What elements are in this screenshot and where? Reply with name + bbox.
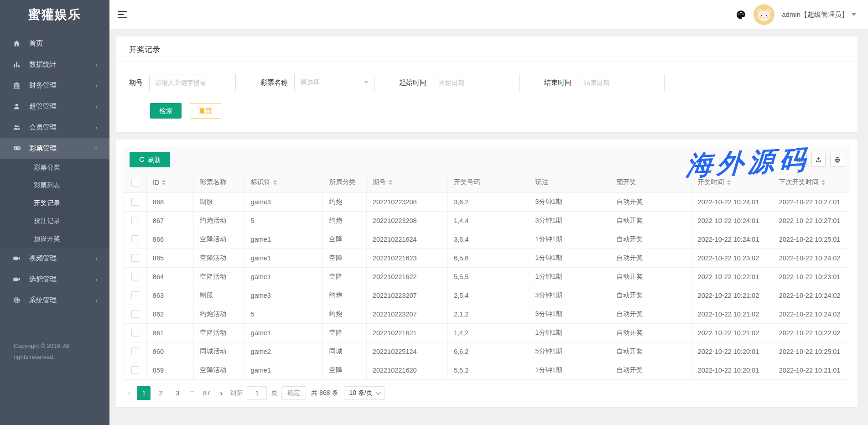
gamepad-icon (13, 144, 22, 152)
row-checkbox[interactable] (131, 254, 139, 262)
cell-name: 空降活动 (194, 323, 244, 342)
cell-issue: 202210223208 (366, 192, 447, 211)
reset-button[interactable]: 重置 (190, 103, 221, 119)
cell-code: game1 (244, 230, 323, 249)
export-button[interactable] (811, 153, 826, 167)
sort-icon[interactable] (162, 180, 166, 186)
sort-icon[interactable] (727, 180, 731, 186)
per-page-value: 10 条/页 (349, 389, 372, 397)
sidebar-toggle-icon[interactable] (118, 9, 128, 20)
theme-palette-icon[interactable] (736, 10, 746, 20)
next-page-button[interactable]: › (217, 386, 226, 400)
filter-columns-button[interactable] (793, 153, 807, 167)
row-checkbox[interactable] (131, 310, 139, 318)
total-count-text: 共 868 条 (311, 389, 338, 397)
cell-category: 约炮 (323, 211, 366, 230)
cell-code: 5 (244, 211, 323, 230)
cell-next_time: 2022-10-22 10:25:01 (773, 230, 850, 249)
cell-next_time: 2022-10-22 10:24:02 (773, 305, 850, 323)
page-button-2[interactable]: 2 (154, 386, 167, 400)
cell-play: 3分钟1期 (529, 305, 610, 323)
cell-issue: 202210223208 (366, 211, 447, 230)
refresh-icon (139, 156, 145, 163)
user-avatar[interactable] (754, 4, 774, 25)
sidebar-item-3[interactable]: 超管管理› (0, 96, 109, 117)
column-header-play: 玩法 (529, 172, 610, 192)
column-header-id[interactable]: ID (146, 172, 193, 192)
filter-form: 期号 彩票名称 请选择 起始时间 结束时间 (116, 62, 858, 132)
users-icon (13, 123, 22, 131)
page-button-87[interactable]: 87 (200, 386, 213, 400)
cell-preopen: 自动开奖 (610, 305, 691, 323)
row-checkbox[interactable] (131, 198, 139, 206)
end-date-input[interactable] (578, 74, 665, 91)
refresh-button[interactable]: 刷新 (130, 152, 170, 167)
cell-preopen: 自动开奖 (610, 342, 691, 361)
cell-id: 864 (146, 267, 193, 286)
cell-open_time: 2022-10-22 10:22:01 (691, 267, 773, 286)
per-page-select[interactable]: 10 条/页 (344, 386, 385, 400)
row-checkbox[interactable] (131, 217, 139, 224)
cell-preopen: 自动开奖 (610, 267, 691, 286)
table-row: 867约炮活动5约炮2022102232081,4,43分钟1期自动开奖2022… (124, 211, 850, 230)
user-menu[interactable]: admin【超级管理员】 (782, 10, 856, 19)
prev-page-button[interactable]: ‹ (125, 386, 134, 400)
cell-name: 空降活动 (194, 230, 244, 249)
row-checkbox[interactable] (131, 329, 139, 337)
column-label: 玩法 (535, 178, 548, 187)
start-date-input[interactable] (433, 74, 520, 91)
cell-category: 同城 (323, 342, 366, 361)
sort-icon[interactable] (389, 180, 392, 186)
sidebar-item-label: 视频管理 (29, 254, 95, 263)
submenu-item[interactable]: 彩票分类 (0, 159, 109, 176)
cell-open_time: 2022-10-22 10:21:02 (691, 323, 773, 342)
submenu-item[interactable]: 开奖记录 (0, 194, 109, 212)
page-title: 开奖记录 (116, 36, 858, 62)
goto-confirm-button[interactable]: 确定 (281, 386, 306, 400)
search-button[interactable]: 检索 (150, 103, 182, 119)
chevron-down-icon: › (93, 147, 100, 150)
page-unit-label: 页 (271, 389, 277, 397)
sidebar-item-1[interactable]: 数据统计› (0, 54, 109, 75)
sort-icon[interactable] (821, 180, 825, 186)
sidebar-item-7[interactable]: 选妃管理› (0, 269, 109, 290)
column-label: 期号 (373, 178, 386, 187)
column-header-issue[interactable]: 期号 (366, 172, 447, 192)
sidebar-item-4[interactable]: 会员管理› (0, 117, 109, 138)
print-button[interactable] (830, 153, 844, 167)
cell-next_time: 2022-10-22 10:27:01 (773, 192, 850, 211)
page-button-3[interactable]: 3 (171, 386, 184, 400)
cell-play: 5分钟1期 (529, 342, 610, 361)
sidebar-item-6[interactable]: 视频管理› (0, 248, 109, 269)
page-numbers: 123...87 (137, 386, 213, 400)
row-checkbox[interactable] (131, 273, 139, 280)
column-header-code[interactable]: 标识符 (244, 172, 323, 192)
cell-play: 1分钟1期 (529, 323, 610, 342)
goto-page-input[interactable] (247, 386, 267, 400)
submenu-item[interactable]: 预设开奖 (0, 230, 109, 248)
table-row: 863制服game3约炮2022102232072,5,43分钟1期自动开奖20… (124, 286, 850, 305)
submenu-item[interactable]: 投注记录 (0, 212, 109, 230)
cell-open_time: 2022-10-22 10:20:01 (691, 342, 773, 361)
sidebar-item-0[interactable]: 首页 (0, 33, 109, 54)
submenu-item[interactable]: 彩票列表 (0, 176, 109, 194)
user-icon (13, 102, 22, 110)
lottery-select-value: 请选择 (300, 78, 319, 87)
lottery-select[interactable]: 请选择 (294, 74, 374, 91)
sidebar-item-2[interactable]: 财务管理› (0, 75, 109, 96)
column-header-open_time[interactable]: 开奖时间 (691, 172, 773, 192)
select-all-checkbox[interactable] (131, 179, 139, 187)
cell-id: 868 (146, 192, 193, 211)
row-checkbox[interactable] (131, 347, 139, 355)
row-checkbox[interactable] (131, 291, 139, 299)
sort-icon[interactable] (273, 180, 277, 186)
chevron-down-icon (852, 13, 856, 18)
row-checkbox[interactable] (131, 366, 139, 374)
column-header-name: 彩票名称 (194, 172, 244, 192)
page-button-1[interactable]: 1 (137, 386, 151, 400)
column-header-next_time[interactable]: 下次开奖时间 (773, 172, 850, 192)
issue-search-input[interactable] (149, 74, 236, 91)
sidebar-item-5[interactable]: 彩票管理› (0, 138, 109, 159)
row-checkbox[interactable] (131, 235, 139, 243)
sidebar-item-8[interactable]: 系统管理› (0, 290, 109, 311)
